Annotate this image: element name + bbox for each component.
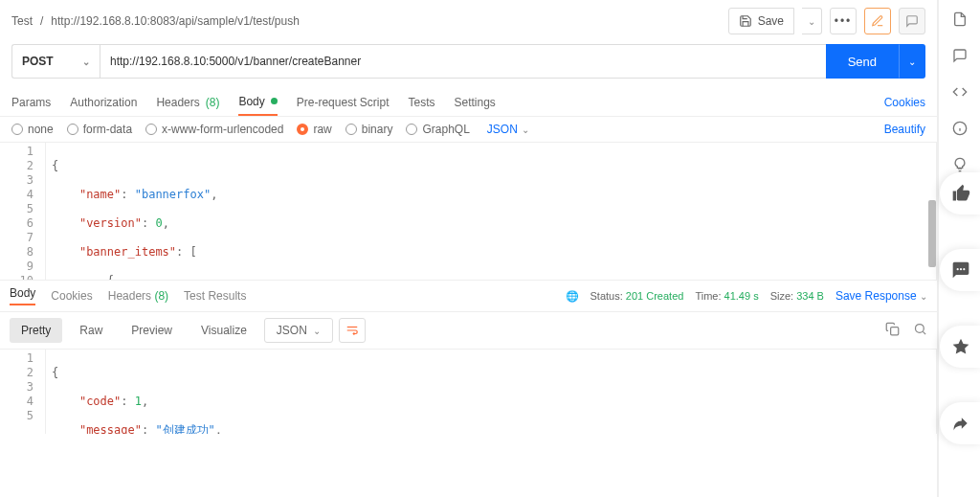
svg-point-2 bbox=[916, 325, 924, 333]
copy-response-button[interactable] bbox=[885, 322, 900, 339]
body-type-raw[interactable]: raw bbox=[297, 123, 331, 136]
resp-tab-results[interactable]: Test Results bbox=[184, 289, 246, 303]
send-button[interactable]: Send bbox=[826, 44, 899, 79]
breadcrumb-sep: / bbox=[40, 14, 43, 28]
svg-marker-10 bbox=[953, 339, 969, 354]
svg-point-7 bbox=[957, 268, 959, 270]
svg-point-8 bbox=[960, 268, 962, 270]
status-meta: Status: 201 Created bbox=[590, 290, 684, 302]
tab-headers-count: (8) bbox=[206, 96, 220, 109]
share-icon bbox=[951, 414, 970, 433]
size-meta: Size: 334 B bbox=[770, 290, 824, 302]
view-visualize[interactable]: Visualize bbox=[189, 318, 258, 343]
svg-rect-1 bbox=[891, 328, 899, 335]
svg-point-9 bbox=[963, 268, 965, 270]
tab-params[interactable]: Params bbox=[11, 88, 51, 116]
feedback-thumbs-up-button[interactable] bbox=[940, 172, 980, 215]
body-format-label: JSON bbox=[487, 123, 518, 136]
body-type-xwww[interactable]: x-www-form-urlencoded bbox=[145, 123, 283, 136]
active-dot-icon bbox=[271, 98, 278, 104]
more-actions-button[interactable]: ••• bbox=[830, 8, 857, 34]
save-response-button[interactable]: Save Response ⌄ bbox=[835, 289, 927, 303]
resp-tab-headers-count: (8) bbox=[154, 289, 168, 303]
tab-tests[interactable]: Tests bbox=[408, 88, 434, 116]
tab-body[interactable]: Body bbox=[238, 88, 277, 116]
body-type-graphql[interactable]: GraphQL bbox=[406, 123, 469, 136]
response-gutter: 12345 bbox=[0, 350, 46, 434]
save-button-label: Save bbox=[758, 14, 784, 28]
comments-button[interactable] bbox=[899, 8, 925, 34]
request-gutter: 12345678910 bbox=[0, 143, 46, 280]
breadcrumb-root[interactable]: Test bbox=[11, 14, 33, 28]
chevron-down-icon: ⌄ bbox=[908, 56, 916, 67]
method-label: POST bbox=[22, 55, 54, 68]
tab-authorization[interactable]: Authorization bbox=[70, 88, 137, 116]
chevron-down-icon: ⌄ bbox=[920, 291, 927, 302]
time-meta: Time: 41.49 s bbox=[695, 290, 758, 302]
chevron-down-icon: ⌄ bbox=[522, 124, 529, 135]
docs-panel-icon[interactable] bbox=[952, 11, 968, 27]
wrap-icon bbox=[345, 324, 359, 337]
feedback-star-button[interactable] bbox=[940, 326, 980, 368]
feedback-share-button[interactable] bbox=[940, 402, 980, 444]
chevron-down-icon: ⌄ bbox=[82, 56, 90, 67]
body-format-select[interactable]: JSON ⌄ bbox=[487, 123, 529, 136]
save-button[interactable]: Save bbox=[728, 8, 794, 34]
body-type-form-data[interactable]: form-data bbox=[67, 123, 132, 136]
pencil-icon bbox=[871, 14, 884, 28]
resp-tab-headers[interactable]: Headers (8) bbox=[108, 289, 168, 303]
resp-tab-headers-label: Headers bbox=[108, 289, 151, 303]
method-select[interactable]: POST ⌄ bbox=[11, 44, 100, 79]
tab-settings[interactable]: Settings bbox=[455, 88, 496, 116]
comment-icon bbox=[905, 14, 919, 28]
info-panel-icon[interactable] bbox=[952, 121, 968, 136]
copy-icon bbox=[885, 322, 900, 336]
response-body-viewer[interactable]: 12345 { "code": 1, "message": "创建成功", "r… bbox=[0, 350, 937, 434]
send-dropdown[interactable]: ⌄ bbox=[899, 44, 925, 79]
chat-bubble-icon bbox=[951, 260, 970, 280]
view-raw[interactable]: Raw bbox=[68, 318, 114, 343]
url-input[interactable] bbox=[100, 44, 826, 79]
svg-line-3 bbox=[923, 331, 925, 334]
chevron-down-icon: ⌄ bbox=[808, 16, 815, 27]
resp-tab-body[interactable]: Body bbox=[10, 286, 35, 305]
tab-prerequest[interactable]: Pre-request Script bbox=[297, 88, 390, 116]
tab-body-label: Body bbox=[238, 95, 264, 108]
view-preview[interactable]: Preview bbox=[120, 318, 184, 343]
thumbs-up-icon bbox=[951, 184, 970, 203]
chevron-down-icon: ⌄ bbox=[313, 326, 321, 336]
view-pretty[interactable]: Pretty bbox=[10, 318, 62, 343]
resp-format-select[interactable]: JSON ⌄ bbox=[264, 318, 333, 343]
body-type-binary[interactable]: binary bbox=[345, 123, 393, 136]
wrap-lines-button[interactable] bbox=[339, 318, 366, 343]
resp-format-label: JSON bbox=[277, 324, 307, 337]
tab-headers[interactable]: Headers (8) bbox=[156, 88, 219, 116]
request-body-editor[interactable]: 12345678910 { "name": "bannerfox", "vers… bbox=[0, 143, 937, 280]
tab-headers-label: Headers bbox=[156, 96, 199, 109]
code-panel-icon[interactable] bbox=[952, 84, 968, 100]
scrollbar[interactable] bbox=[928, 200, 936, 267]
globe-icon[interactable]: 🌐 bbox=[566, 290, 579, 303]
lightbulb-panel-icon[interactable] bbox=[952, 157, 968, 172]
dots-icon: ••• bbox=[835, 14, 853, 28]
cookies-link[interactable]: Cookies bbox=[884, 96, 925, 109]
search-icon bbox=[913, 322, 927, 336]
search-response-button[interactable] bbox=[913, 322, 927, 339]
beautify-link[interactable]: Beautify bbox=[884, 123, 925, 136]
save-icon bbox=[739, 14, 752, 28]
resp-tab-cookies[interactable]: Cookies bbox=[51, 289, 92, 303]
breadcrumb-path[interactable]: http://192.168.8.10:8083/api/sample/v1/t… bbox=[51, 14, 300, 28]
star-icon bbox=[951, 337, 970, 356]
body-type-none[interactable]: none bbox=[11, 123, 54, 136]
feedback-chat-button[interactable] bbox=[940, 249, 980, 291]
save-dropdown[interactable]: ⌄ bbox=[802, 8, 822, 34]
edit-button[interactable] bbox=[864, 8, 891, 34]
comments-panel-icon[interactable] bbox=[952, 48, 968, 63]
